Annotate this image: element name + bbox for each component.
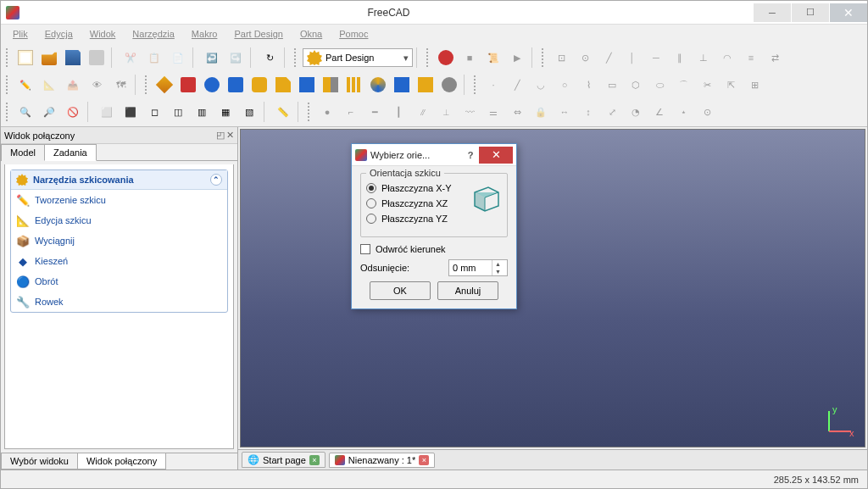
geom-polyline-icon[interactable]: ⌇: [577, 74, 599, 96]
cancel-button[interactable]: Anuluj: [437, 281, 498, 300]
geom-point-icon[interactable]: ·: [482, 74, 504, 96]
mirror-icon[interactable]: [320, 74, 342, 96]
constraint-pointonline-icon[interactable]: ╱: [598, 47, 620, 69]
copy-button[interactable]: 📋: [143, 47, 165, 69]
offset-spinbox[interactable]: ▲▼: [448, 259, 508, 276]
collapse-icon[interactable]: ⌃: [210, 174, 222, 186]
toolbar-handle[interactable]: [474, 75, 479, 94]
constraint-coincident-icon[interactable]: ⊙: [574, 47, 596, 69]
geom-trim-icon[interactable]: ✂: [696, 74, 718, 96]
constraint-parallel-icon[interactable]: ∥: [669, 47, 691, 69]
dim-len-icon[interactable]: ⤢: [601, 101, 623, 123]
toolbar-handle[interactable]: [308, 103, 313, 121]
dim-equal-icon[interactable]: ⚌: [482, 101, 504, 123]
redo-button[interactable]: ↪️: [225, 47, 247, 69]
task-item-create-sketch[interactable]: ✏️Tworzenie szkicu: [11, 190, 227, 210]
toolbar-handle[interactable]: [294, 48, 299, 67]
dim-vertical-icon[interactable]: ┃: [387, 101, 409, 123]
sketch-map-icon[interactable]: 🗺: [109, 74, 131, 96]
offset-input[interactable]: [449, 263, 492, 273]
chamfer-icon[interactable]: [272, 74, 294, 96]
dim-radius-icon[interactable]: ◔: [625, 101, 647, 123]
dim-angle-icon[interactable]: ∠: [648, 101, 670, 123]
scaled-icon[interactable]: [391, 74, 413, 96]
tab-close-icon[interactable]: ×: [419, 455, 429, 465]
new-file-button[interactable]: [14, 47, 36, 69]
paste-button[interactable]: 📄: [167, 47, 189, 69]
measure-icon[interactable]: 📏: [272, 101, 294, 123]
dock-float-button[interactable]: ◰: [216, 130, 225, 141]
menu-macro[interactable]: Makro: [185, 26, 225, 42]
3d-viewport[interactable]: y x Wybierz orie... ? ✕ Orientacja szkic…: [240, 129, 865, 447]
minimize-button[interactable]: ─: [754, 3, 791, 22]
draft-icon[interactable]: [296, 74, 318, 96]
menu-view[interactable]: Widok: [83, 26, 123, 42]
macro-list-button[interactable]: 📜: [482, 47, 504, 69]
task-item-edit-sketch[interactable]: 📐Edycja szkicu: [11, 210, 227, 231]
cut-button[interactable]: ✂️: [120, 47, 142, 69]
revolve-icon[interactable]: [201, 74, 223, 96]
zoom-out-icon[interactable]: 🔎: [38, 101, 60, 123]
geom-line-icon[interactable]: ╱: [506, 74, 528, 96]
menu-help[interactable]: Pomoc: [332, 26, 375, 42]
workbench-selector[interactable]: Part Design ▾: [303, 48, 413, 67]
menu-partdesign[interactable]: Part Design: [227, 26, 289, 42]
tab-model[interactable]: Model: [1, 144, 45, 161]
geom-arc-icon[interactable]: ◡: [530, 74, 552, 96]
constraint-perpendicular-icon[interactable]: ⊥: [693, 47, 715, 69]
sketch-view-icon[interactable]: 👁: [86, 74, 108, 96]
pocket-icon[interactable]: [177, 74, 199, 96]
task-group-header[interactable]: Narzędzia szkicowania ⌃: [11, 170, 227, 190]
menu-windows[interactable]: Okna: [293, 26, 329, 42]
dim-snell-icon[interactable]: ⋆: [672, 101, 694, 123]
ok-button[interactable]: OK: [370, 281, 431, 300]
view-bottom-icon[interactable]: ▦: [214, 101, 236, 123]
dim-hlen-icon[interactable]: ↔: [554, 101, 576, 123]
zoom-in-icon[interactable]: 🔍: [14, 101, 36, 123]
toolbar-handle[interactable]: [6, 75, 11, 94]
open-file-button[interactable]: [38, 47, 60, 69]
menu-file[interactable]: Plik: [6, 26, 35, 42]
save-file-button[interactable]: [62, 47, 84, 69]
dialog-titlebar[interactable]: Wybierz orie... ? ✕: [352, 144, 516, 166]
close-button[interactable]: ✕: [830, 3, 867, 22]
geom-construction-icon[interactable]: ⊞: [743, 74, 765, 96]
dim-line-icon[interactable]: ⌐: [340, 101, 362, 123]
task-item-revolve[interactable]: 🔵Obrót: [11, 271, 227, 292]
dim-symmetric-icon[interactable]: ⇔: [506, 101, 528, 123]
dim-internal-icon[interactable]: ⊙: [696, 101, 718, 123]
dim-point-icon[interactable]: ●: [316, 101, 338, 123]
spin-up-icon[interactable]: ▲: [492, 260, 504, 268]
sketch-leave-icon[interactable]: 📤: [62, 74, 84, 96]
dim-horizontal-icon[interactable]: ━: [364, 101, 386, 123]
constraint-symmetric-icon[interactable]: ⇄: [764, 47, 786, 69]
undo-button[interactable]: ↩️: [201, 47, 223, 69]
footer-tab-view-select[interactable]: Wybór widoku: [1, 453, 78, 470]
linearpattern-icon[interactable]: [343, 74, 365, 96]
menu-edit[interactable]: Edycja: [38, 26, 80, 42]
pad-icon[interactable]: [153, 74, 175, 96]
toolbar-handle[interactable]: [145, 75, 150, 94]
toolbar-handle[interactable]: [426, 48, 431, 67]
toolbar-handle[interactable]: [6, 48, 11, 67]
macro-stop-button[interactable]: ■: [459, 47, 481, 69]
constraint-vertical-icon[interactable]: │: [621, 47, 643, 69]
geom-rect-icon[interactable]: ▭: [601, 74, 623, 96]
footer-tab-combo[interactable]: Widok połączony: [77, 453, 166, 470]
dim-lock-icon[interactable]: 🔒: [530, 101, 552, 123]
groove-icon[interactable]: [225, 74, 247, 96]
fillet-icon[interactable]: [248, 74, 270, 96]
menu-tools[interactable]: Narzędzia: [125, 26, 181, 42]
dialog-help-button[interactable]: ?: [462, 150, 479, 160]
sketch-edit-icon[interactable]: 📐: [38, 74, 60, 96]
dock-close-button[interactable]: ✕: [226, 130, 234, 141]
spin-down-icon[interactable]: ▼: [492, 268, 504, 275]
view-rear-icon[interactable]: ▥: [191, 101, 213, 123]
sketch-new-icon[interactable]: ✏️: [14, 74, 36, 96]
view-iso-icon[interactable]: ⬜: [96, 101, 118, 123]
view-left-icon[interactable]: ▧: [238, 101, 260, 123]
print-button[interactable]: [86, 47, 108, 69]
dim-tangent-icon[interactable]: 〰: [459, 101, 481, 123]
geom-polygon-icon[interactable]: ⬡: [625, 74, 647, 96]
maximize-button[interactable]: ☐: [792, 3, 829, 22]
